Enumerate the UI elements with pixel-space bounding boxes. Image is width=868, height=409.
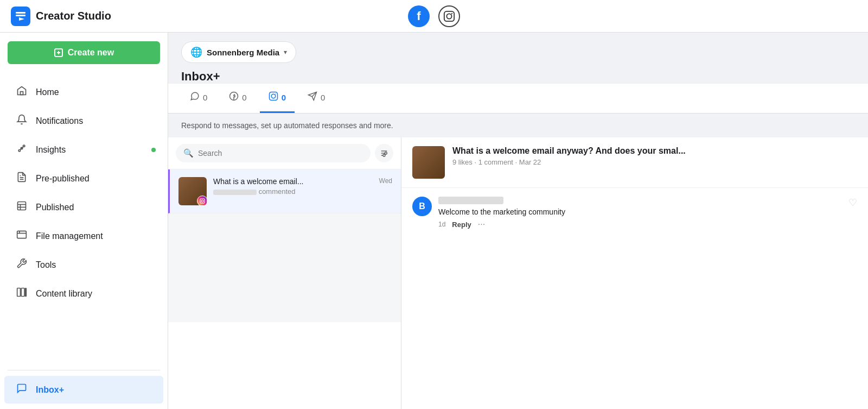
tabs-bar: 0 0 0 — [168, 84, 868, 114]
sidebar-item-inbox[interactable]: Inbox+ — [4, 376, 163, 404]
sidebar-item-home[interactable]: Home — [4, 78, 163, 106]
create-new-button[interactable]: Create new — [8, 41, 160, 64]
reply-button[interactable]: Reply — [452, 221, 471, 229]
app-logo-icon — [11, 7, 30, 26]
sidebar-item-tools[interactable]: Tools — [4, 251, 163, 279]
svg-rect-20 — [17, 231, 27, 238]
page-globe-icon: 🌐 — [190, 46, 202, 58]
comment-section: B Welcome to the marketing community 1d … — [401, 188, 868, 409]
message-thumbnail — [178, 177, 207, 205]
message-title: What is a welcome email... — [213, 177, 373, 186]
tab-direct[interactable]: 0 — [299, 84, 334, 113]
insights-dot — [151, 148, 156, 152]
sidebar-item-label-file-management: File management — [36, 231, 103, 241]
logo-area: Creator Studio — [11, 7, 111, 26]
more-options-button[interactable]: ··· — [478, 219, 485, 229]
svg-point-33 — [385, 152, 387, 154]
message-list-panel: 🔍 — [168, 137, 401, 409]
sidebar-item-content-library[interactable]: Content library — [4, 280, 163, 307]
svg-point-27 — [275, 93, 276, 95]
instagram-icon[interactable] — [438, 5, 460, 27]
svg-point-4 — [446, 14, 451, 18]
main-layout: Create new Home Noti — [0, 33, 868, 409]
page-selector[interactable]: 🌐 Sonnenberg Media ▾ — [181, 41, 296, 63]
facebook-icon[interactable]: f — [408, 5, 430, 27]
comment-body: Welcome to the marketing community 1d Re… — [438, 197, 842, 229]
svg-rect-16 — [18, 202, 26, 210]
tab-instagram[interactable]: 0 — [260, 84, 295, 113]
post-info: What is a welcome email anyway? And does… — [452, 146, 857, 166]
platform-icons: f — [408, 5, 460, 27]
svg-rect-0 — [16, 12, 25, 14]
svg-rect-23 — [25, 288, 27, 297]
messenger-tab-icon — [190, 91, 200, 104]
tab-facebook-count: 0 — [242, 93, 246, 102]
sidebar-item-label-tools: Tools — [36, 260, 56, 270]
content-header: 🌐 Sonnenberg Media ▾ Inbox+ — [168, 33, 868, 84]
conversation-panel: What is a welcome email anyway? And does… — [401, 137, 868, 409]
tab-instagram-count: 0 — [282, 93, 286, 102]
post-thumbnail — [412, 146, 445, 179]
tab-facebook[interactable]: 0 — [220, 84, 255, 113]
file-management-icon — [15, 229, 28, 243]
sidebar-item-published[interactable]: Published — [4, 193, 163, 221]
sidebar-item-label-notifications: Notifications — [36, 116, 83, 126]
sidebar-item-notifications[interactable]: Notifications — [4, 107, 163, 135]
svg-point-36 — [201, 200, 203, 202]
message-list-placeholder — [168, 213, 401, 322]
comment-time: 1d — [438, 221, 445, 228]
message-item[interactable]: What is a welcome email... commented Wed — [168, 169, 401, 213]
comment-avatar: B — [412, 197, 432, 216]
svg-rect-3 — [444, 11, 454, 21]
sidebar-item-label-insights: Insights — [36, 145, 66, 155]
message-subtitle: commented — [213, 187, 373, 196]
sidebar-item-pre-published[interactable]: Pre-published — [4, 165, 163, 192]
sidebar-item-label-published: Published — [36, 203, 74, 212]
svg-marker-2 — [19, 17, 24, 21]
facebook-tab-icon — [229, 91, 239, 104]
sidebar-item-label-home: Home — [36, 87, 59, 97]
nav-list: Home Notifications — [0, 73, 168, 366]
sidebar: Create new Home Noti — [0, 33, 168, 409]
sidebar-item-label-pre-published: Pre-published — [36, 174, 90, 184]
page-title: Inbox+ — [181, 70, 855, 84]
search-input[interactable] — [198, 149, 363, 158]
message-time: Wed — [379, 177, 392, 185]
svg-point-11 — [23, 145, 25, 147]
search-input-wrap: 🔍 — [176, 144, 371, 162]
search-bar: 🔍 — [168, 137, 401, 169]
tab-messenger-count: 0 — [203, 93, 207, 102]
inbox-description: Respond to messages, set up automated re… — [168, 114, 868, 137]
inbox-panels: 🔍 — [168, 137, 868, 409]
svg-point-26 — [271, 94, 276, 98]
home-icon — [15, 85, 28, 99]
tab-messenger[interactable]: 0 — [181, 84, 216, 113]
filter-icon[interactable] — [375, 144, 393, 162]
content-area: 🌐 Sonnenberg Media ▾ Inbox+ 0 — [168, 33, 868, 409]
instagram-tab-icon — [269, 91, 278, 104]
message-content: What is a welcome email... commented — [213, 177, 373, 196]
sidebar-item-file-management[interactable]: File management — [4, 222, 163, 250]
comment-author-placeholder — [438, 197, 503, 204]
inbox-icon — [15, 383, 28, 397]
svg-point-5 — [451, 12, 452, 14]
direct-tab-icon — [308, 91, 317, 104]
content-library-icon — [15, 287, 28, 300]
top-header: Creator Studio f — [0, 0, 868, 33]
svg-rect-1 — [16, 15, 25, 16]
tab-direct-count: 0 — [321, 93, 325, 102]
post-title: What is a welcome email anyway? And does… — [452, 146, 857, 156]
sidebar-item-insights[interactable]: Insights — [4, 136, 163, 163]
heart-button[interactable]: ♡ — [848, 197, 857, 209]
bell-icon — [15, 114, 28, 128]
svg-point-34 — [383, 154, 385, 156]
svg-rect-25 — [269, 92, 277, 100]
app-title: Creator Studio — [36, 10, 111, 22]
svg-rect-9 — [21, 92, 23, 95]
comment-text: Welcome to the marketing community — [438, 207, 842, 216]
conversation-post-header: What is a welcome email anyway? And does… — [401, 137, 868, 188]
tools-icon — [15, 258, 28, 272]
search-icon: 🔍 — [183, 148, 194, 158]
svg-point-10 — [18, 150, 20, 152]
nav-divider — [8, 370, 160, 370]
